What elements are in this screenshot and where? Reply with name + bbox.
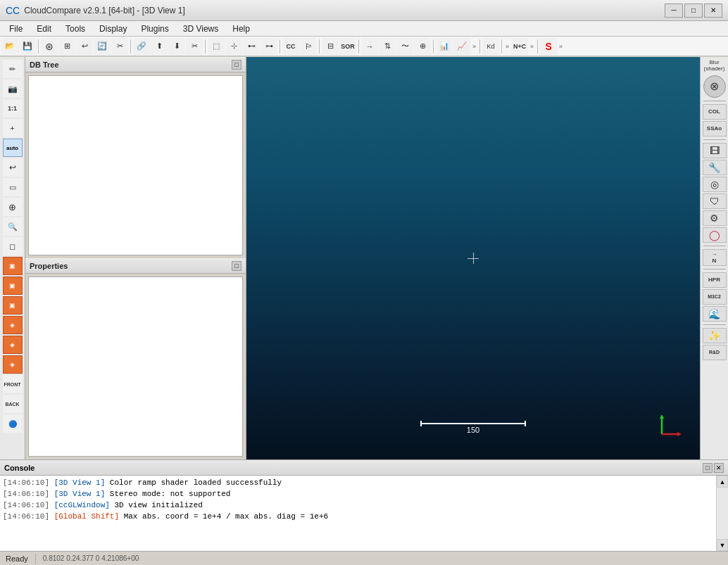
menu-3dviews[interactable]: 3D Views — [177, 22, 225, 36]
scale-bar-line — [420, 423, 526, 424]
toolbar-expand-3[interactable]: » — [529, 43, 535, 50]
tb-graph[interactable]: 📈 — [453, 38, 470, 55]
panels-column: DB Tree □ Properties □ — [25, 57, 246, 459]
tb-down[interactable]: ⬇ — [168, 38, 185, 55]
obj-orange5[interactable]: ◈ — [3, 336, 23, 354]
north-btn[interactable]: →N — [703, 249, 727, 266]
film-btn[interactable]: 🎞 — [703, 143, 727, 158]
scroll-track[interactable] — [717, 488, 728, 539]
settings-btn[interactable]: ⚙ — [703, 210, 727, 226]
console-body: [14:06:10] [3D View 1] Color ramp shader… — [0, 476, 716, 551]
zoom-11-btn[interactable]: 1:1 — [3, 99, 23, 118]
app-icon: CC — [6, 5, 20, 16]
content-wrapper: ✏ 📷 1:1 + auto ↩ ▭ ⊕ 🔍 ◻ ▣ ▣ ▣ ◈ ◈ ◈ FRO… — [0, 57, 728, 551]
tb-arrow[interactable]: → — [361, 38, 378, 55]
tb-drag1[interactable]: ⬚ — [208, 38, 225, 55]
tb-transform[interactable]: ↩ — [76, 38, 93, 55]
tb-sor[interactable]: SOR — [339, 38, 356, 55]
viewport-3d[interactable]: 150 — [246, 57, 700, 459]
properties-maximize[interactable]: □ — [232, 261, 241, 271]
tb-save[interactable]: 💾 — [19, 38, 36, 55]
pbv-btn[interactable]: 🌊 — [703, 306, 727, 322]
back-view-btn[interactable]: BACK — [3, 395, 23, 413]
hpr-btn[interactable]: HPR — [703, 272, 727, 288]
console-scrollbar[interactable]: ▲ ▼ — [716, 476, 728, 551]
tb-open[interactable]: 📂 — [1, 38, 18, 55]
toolbar-expand-2[interactable]: » — [504, 43, 510, 50]
minimize-button[interactable]: ─ — [665, 4, 683, 18]
tb-nc[interactable]: N+C — [511, 38, 528, 55]
obj-orange2[interactable]: ▣ — [3, 277, 23, 295]
close-button[interactable]: ✕ — [704, 4, 722, 18]
console-close[interactable]: ✕ — [714, 463, 724, 473]
view-area: ✏ 📷 1:1 + auto ↩ ▭ ⊕ 🔍 ◻ ▣ ▣ ▣ ◈ ◈ ◈ FRO… — [0, 57, 728, 459]
properties-title: Properties — [30, 262, 68, 270]
m3c2-btn[interactable]: M3C2 — [703, 289, 727, 305]
star-btn[interactable]: ✨ — [703, 328, 727, 343]
tb-axis[interactable]: ⊕ — [414, 38, 431, 55]
tb-cc[interactable]: CC — [282, 38, 299, 55]
svg-marker-1 — [660, 414, 664, 419]
maximize-button[interactable]: □ — [684, 4, 703, 18]
ssao-btn[interactable]: SSAo — [703, 121, 727, 137]
toolbar-expand-4[interactable]: » — [558, 43, 564, 50]
db-tree-maximize[interactable]: □ — [232, 60, 241, 70]
menu-edit[interactable]: Edit — [30, 22, 58, 36]
search-btn[interactable]: 🔍 — [3, 217, 23, 236]
wrench-btn[interactable]: 🔧 — [703, 160, 727, 175]
tb-delete[interactable]: ✂ — [186, 38, 203, 55]
left-sidebar: ✏ 📷 1:1 + auto ↩ ▭ ⊕ 🔍 ◻ ▣ ▣ ▣ ◈ ◈ ◈ FRO… — [0, 57, 25, 459]
console-maximize[interactable]: □ — [703, 463, 713, 473]
auto-zoom-btn[interactable]: auto — [3, 139, 23, 157]
menu-help[interactable]: Help — [226, 22, 256, 36]
toolbar-expand-1[interactable]: » — [471, 43, 477, 50]
select-rect-btn[interactable]: ▭ — [3, 178, 23, 196]
tb-select[interactable]: ⊞ — [58, 38, 75, 55]
view3d-btn[interactable]: ◻ — [3, 237, 23, 255]
color-circles-btn[interactable]: 🔵 — [3, 414, 23, 433]
tb-flag[interactable]: 🏳 — [300, 38, 317, 55]
camera-tool[interactable]: 📷 — [3, 80, 23, 98]
obj-orange6[interactable]: ◈ — [3, 355, 23, 374]
shield-btn[interactable]: 🛡 — [703, 193, 727, 209]
right-panel: Blur (shader) ⊗ COL SSAo 🎞 🔧 ◎ 🛡 ⚙ ◯ →N — [700, 57, 728, 459]
status-bar: Ready 0.8102 0.24.377 0 4.21086+00 — [0, 551, 728, 565]
zoom-in-btn[interactable]: + — [3, 119, 23, 137]
tb-chart[interactable]: 📊 — [436, 38, 453, 55]
menu-file[interactable]: File — [3, 22, 29, 36]
tb-wave[interactable]: 〜 — [396, 38, 413, 55]
front-view-btn[interactable]: FRONT — [3, 375, 23, 393]
tb-drag4[interactable]: ⊶ — [261, 38, 277, 55]
tb-adjust[interactable]: ⇅ — [379, 38, 396, 55]
tb-red[interactable]: S — [540, 38, 557, 55]
translate-btn[interactable]: ⊕ — [3, 198, 23, 216]
rad-btn[interactable]: R&D — [703, 345, 727, 360]
tb-zoom-fit[interactable]: ⊛ — [41, 38, 58, 55]
console-title: Console — [4, 464, 34, 472]
circle-tool-btn[interactable]: ◎ — [703, 177, 727, 192]
undo-view-btn[interactable]: ↩ — [3, 158, 23, 177]
obj-orange3[interactable]: ▣ — [3, 296, 23, 315]
tb-grid[interactable]: ⊟ — [322, 38, 339, 55]
blur-icon[interactable]: ⊗ — [703, 75, 726, 98]
tb-cut[interactable]: ✂ — [111, 38, 128, 55]
properties-content — [28, 277, 243, 457]
menu-tools[interactable]: Tools — [59, 22, 92, 36]
col-btn[interactable]: COL — [703, 104, 727, 120]
tb-drag3[interactable]: ⊷ — [243, 38, 260, 55]
tb-up[interactable]: ⬆ — [151, 38, 168, 55]
tb-link[interactable]: 🔗 — [133, 38, 150, 55]
obj-orange1[interactable]: ▣ — [3, 257, 23, 275]
menu-plugins[interactable]: Plugins — [134, 22, 175, 36]
tb-kd[interactable]: Kd — [482, 38, 499, 55]
scroll-up[interactable]: ▲ — [717, 476, 728, 488]
pencil-tool[interactable]: ✏ — [3, 60, 23, 78]
console-line-3: [14:06:10] [Global Shift] Max abs. coord… — [3, 511, 713, 522]
tb-drag2[interactable]: ⊹ — [225, 38, 242, 55]
scale-bar: 150 — [420, 423, 526, 434]
tb-rotate[interactable]: 🔄 — [94, 38, 111, 55]
ellipse-btn[interactable]: ◯ — [703, 227, 727, 243]
scroll-down[interactable]: ▼ — [717, 539, 728, 551]
menu-display[interactable]: Display — [93, 22, 133, 36]
obj-orange4[interactable]: ◈ — [3, 316, 23, 334]
